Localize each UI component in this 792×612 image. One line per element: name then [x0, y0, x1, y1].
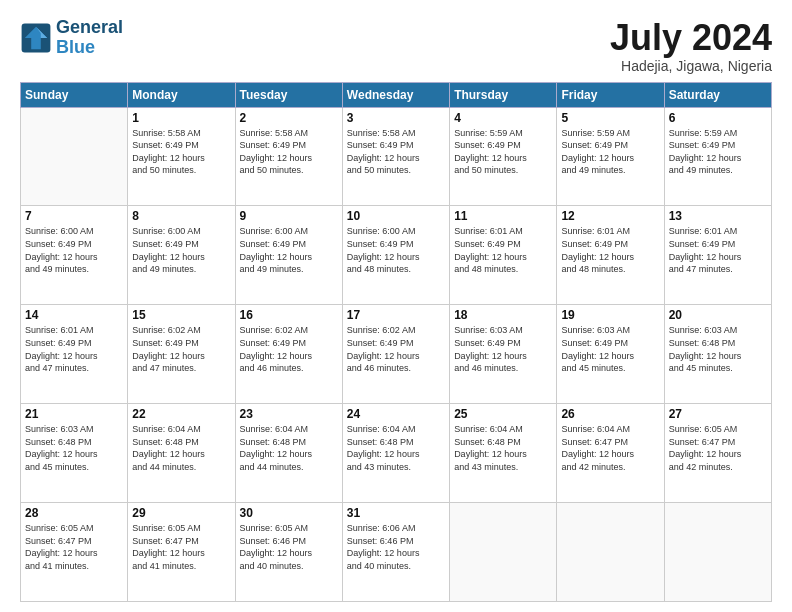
day-number: 6	[669, 111, 767, 125]
day-number: 4	[454, 111, 552, 125]
day-info: Sunrise: 6:00 AMSunset: 6:49 PMDaylight:…	[347, 225, 445, 275]
day-info: Sunrise: 6:01 AMSunset: 6:49 PMDaylight:…	[669, 225, 767, 275]
day-info: Sunrise: 6:05 AMSunset: 6:46 PMDaylight:…	[240, 522, 338, 572]
calendar-cell: 19Sunrise: 6:03 AMSunset: 6:49 PMDayligh…	[557, 305, 664, 404]
day-info: Sunrise: 6:05 AMSunset: 6:47 PMDaylight:…	[132, 522, 230, 572]
calendar-cell: 17Sunrise: 6:02 AMSunset: 6:49 PMDayligh…	[342, 305, 449, 404]
calendar-cell: 29Sunrise: 6:05 AMSunset: 6:47 PMDayligh…	[128, 503, 235, 602]
day-info: Sunrise: 6:06 AMSunset: 6:46 PMDaylight:…	[347, 522, 445, 572]
day-number: 5	[561, 111, 659, 125]
day-info: Sunrise: 6:05 AMSunset: 6:47 PMDaylight:…	[669, 423, 767, 473]
calendar-cell: 31Sunrise: 6:06 AMSunset: 6:46 PMDayligh…	[342, 503, 449, 602]
calendar-cell: 9Sunrise: 6:00 AMSunset: 6:49 PMDaylight…	[235, 206, 342, 305]
day-number: 16	[240, 308, 338, 322]
day-info: Sunrise: 6:04 AMSunset: 6:48 PMDaylight:…	[240, 423, 338, 473]
calendar-cell: 5Sunrise: 5:59 AMSunset: 6:49 PMDaylight…	[557, 107, 664, 206]
day-number: 8	[132, 209, 230, 223]
header-row: Sunday Monday Tuesday Wednesday Thursday…	[21, 82, 772, 107]
day-number: 20	[669, 308, 767, 322]
page: General Blue July 2024 Hadejia, Jigawa, …	[0, 0, 792, 612]
day-info: Sunrise: 5:59 AMSunset: 6:49 PMDaylight:…	[669, 127, 767, 177]
day-number: 14	[25, 308, 123, 322]
day-info: Sunrise: 6:04 AMSunset: 6:48 PMDaylight:…	[132, 423, 230, 473]
day-number: 17	[347, 308, 445, 322]
location-subtitle: Hadejia, Jigawa, Nigeria	[610, 58, 772, 74]
calendar-body: 1Sunrise: 5:58 AMSunset: 6:49 PMDaylight…	[21, 107, 772, 601]
day-number: 28	[25, 506, 123, 520]
day-info: Sunrise: 6:01 AMSunset: 6:49 PMDaylight:…	[561, 225, 659, 275]
day-info: Sunrise: 6:01 AMSunset: 6:49 PMDaylight:…	[454, 225, 552, 275]
day-info: Sunrise: 5:58 AMSunset: 6:49 PMDaylight:…	[132, 127, 230, 177]
col-friday: Friday	[557, 82, 664, 107]
calendar-cell: 21Sunrise: 6:03 AMSunset: 6:48 PMDayligh…	[21, 404, 128, 503]
day-info: Sunrise: 6:00 AMSunset: 6:49 PMDaylight:…	[240, 225, 338, 275]
day-number: 12	[561, 209, 659, 223]
col-sunday: Sunday	[21, 82, 128, 107]
calendar-cell: 12Sunrise: 6:01 AMSunset: 6:49 PMDayligh…	[557, 206, 664, 305]
day-info: Sunrise: 6:05 AMSunset: 6:47 PMDaylight:…	[25, 522, 123, 572]
calendar-cell	[450, 503, 557, 602]
day-number: 13	[669, 209, 767, 223]
day-info: Sunrise: 5:58 AMSunset: 6:49 PMDaylight:…	[240, 127, 338, 177]
title-block: July 2024 Hadejia, Jigawa, Nigeria	[610, 18, 772, 74]
col-saturday: Saturday	[664, 82, 771, 107]
day-number: 10	[347, 209, 445, 223]
day-info: Sunrise: 5:59 AMSunset: 6:49 PMDaylight:…	[454, 127, 552, 177]
calendar-cell: 11Sunrise: 6:01 AMSunset: 6:49 PMDayligh…	[450, 206, 557, 305]
day-info: Sunrise: 6:04 AMSunset: 6:48 PMDaylight:…	[454, 423, 552, 473]
day-info: Sunrise: 6:03 AMSunset: 6:48 PMDaylight:…	[25, 423, 123, 473]
day-number: 30	[240, 506, 338, 520]
calendar-week-1: 7Sunrise: 6:00 AMSunset: 6:49 PMDaylight…	[21, 206, 772, 305]
day-number: 3	[347, 111, 445, 125]
calendar-cell: 1Sunrise: 5:58 AMSunset: 6:49 PMDaylight…	[128, 107, 235, 206]
day-number: 24	[347, 407, 445, 421]
header: General Blue July 2024 Hadejia, Jigawa, …	[20, 18, 772, 74]
day-info: Sunrise: 6:03 AMSunset: 6:49 PMDaylight:…	[454, 324, 552, 374]
day-number: 23	[240, 407, 338, 421]
calendar-cell: 20Sunrise: 6:03 AMSunset: 6:48 PMDayligh…	[664, 305, 771, 404]
day-info: Sunrise: 6:02 AMSunset: 6:49 PMDaylight:…	[240, 324, 338, 374]
calendar-cell: 24Sunrise: 6:04 AMSunset: 6:48 PMDayligh…	[342, 404, 449, 503]
calendar-cell: 8Sunrise: 6:00 AMSunset: 6:49 PMDaylight…	[128, 206, 235, 305]
calendar-week-3: 21Sunrise: 6:03 AMSunset: 6:48 PMDayligh…	[21, 404, 772, 503]
calendar-cell: 28Sunrise: 6:05 AMSunset: 6:47 PMDayligh…	[21, 503, 128, 602]
day-number: 22	[132, 407, 230, 421]
day-info: Sunrise: 6:04 AMSunset: 6:48 PMDaylight:…	[347, 423, 445, 473]
day-number: 19	[561, 308, 659, 322]
day-number: 25	[454, 407, 552, 421]
day-number: 31	[347, 506, 445, 520]
calendar-cell: 22Sunrise: 6:04 AMSunset: 6:48 PMDayligh…	[128, 404, 235, 503]
day-number: 21	[25, 407, 123, 421]
day-number: 11	[454, 209, 552, 223]
day-number: 7	[25, 209, 123, 223]
day-info: Sunrise: 6:00 AMSunset: 6:49 PMDaylight:…	[25, 225, 123, 275]
calendar-header: Sunday Monday Tuesday Wednesday Thursday…	[21, 82, 772, 107]
calendar-cell: 15Sunrise: 6:02 AMSunset: 6:49 PMDayligh…	[128, 305, 235, 404]
calendar-cell: 26Sunrise: 6:04 AMSunset: 6:47 PMDayligh…	[557, 404, 664, 503]
col-thursday: Thursday	[450, 82, 557, 107]
day-info: Sunrise: 6:03 AMSunset: 6:49 PMDaylight:…	[561, 324, 659, 374]
calendar-cell: 13Sunrise: 6:01 AMSunset: 6:49 PMDayligh…	[664, 206, 771, 305]
calendar-cell	[664, 503, 771, 602]
calendar-cell: 14Sunrise: 6:01 AMSunset: 6:49 PMDayligh…	[21, 305, 128, 404]
day-info: Sunrise: 6:02 AMSunset: 6:49 PMDaylight:…	[132, 324, 230, 374]
calendar-table: Sunday Monday Tuesday Wednesday Thursday…	[20, 82, 772, 602]
calendar-cell: 27Sunrise: 6:05 AMSunset: 6:47 PMDayligh…	[664, 404, 771, 503]
calendar-cell: 16Sunrise: 6:02 AMSunset: 6:49 PMDayligh…	[235, 305, 342, 404]
day-number: 2	[240, 111, 338, 125]
calendar-cell: 3Sunrise: 5:58 AMSunset: 6:49 PMDaylight…	[342, 107, 449, 206]
calendar-week-2: 14Sunrise: 6:01 AMSunset: 6:49 PMDayligh…	[21, 305, 772, 404]
calendar-cell: 4Sunrise: 5:59 AMSunset: 6:49 PMDaylight…	[450, 107, 557, 206]
col-tuesday: Tuesday	[235, 82, 342, 107]
logo-icon	[20, 22, 52, 54]
calendar-cell: 25Sunrise: 6:04 AMSunset: 6:48 PMDayligh…	[450, 404, 557, 503]
day-info: Sunrise: 5:58 AMSunset: 6:49 PMDaylight:…	[347, 127, 445, 177]
day-number: 26	[561, 407, 659, 421]
day-info: Sunrise: 6:00 AMSunset: 6:49 PMDaylight:…	[132, 225, 230, 275]
calendar-cell	[557, 503, 664, 602]
calendar-cell: 2Sunrise: 5:58 AMSunset: 6:49 PMDaylight…	[235, 107, 342, 206]
day-number: 29	[132, 506, 230, 520]
col-wednesday: Wednesday	[342, 82, 449, 107]
day-number: 9	[240, 209, 338, 223]
calendar-cell	[21, 107, 128, 206]
